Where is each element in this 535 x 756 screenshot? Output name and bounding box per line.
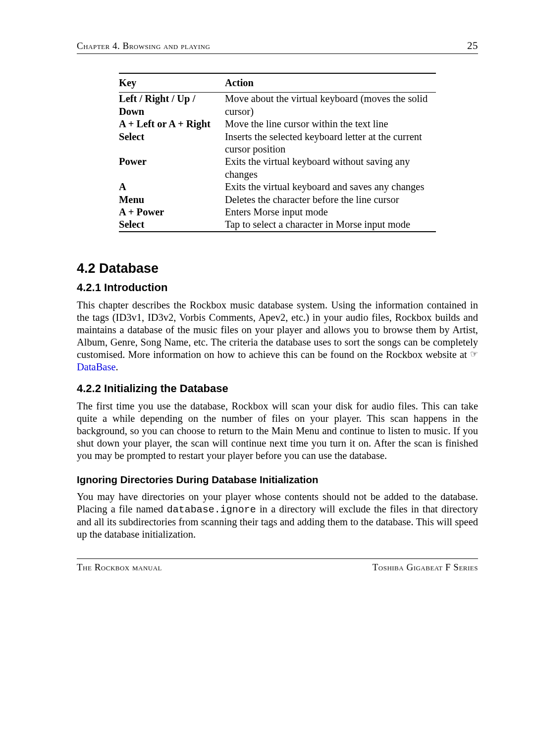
action-cell: Move about the virtual keyboard (moves t…: [225, 93, 436, 118]
action-cell: Exits the virtual keyboard and saves any…: [225, 181, 436, 193]
table-row: Left / Right / Up / Down Move about the …: [119, 93, 436, 118]
header-page-number: 25: [467, 40, 478, 52]
table-head-key: Key: [119, 73, 225, 93]
footer-right: Toshiba Gigabeat F Series: [373, 562, 478, 573]
footer-left: The Rockbox manual: [77, 562, 162, 573]
key-cell: Select: [119, 218, 225, 231]
paragraph-text: .: [116, 361, 118, 372]
table-row: Select Tap to select a character in Mors…: [119, 218, 436, 231]
subsubsection-heading: Ignoring Directories During Database Ini…: [77, 474, 478, 486]
key-cell: Power: [119, 155, 225, 181]
key-cell: Menu: [119, 194, 225, 206]
table-row: Power Exits the virtual keyboard without…: [119, 155, 436, 181]
table-row: A + Power Enters Morse input mode: [119, 206, 436, 218]
action-cell: Move the line cursor within the text lin…: [225, 118, 436, 130]
action-cell: Enters Morse input mode: [225, 206, 436, 218]
key-cell: Left / Right / Up / Down: [119, 93, 225, 118]
key-cell: A + Left or A + Right: [119, 118, 225, 130]
key-action-table: Key Action Left / Right / Up / Down Move…: [119, 73, 436, 232]
code-filename: database.ignore: [167, 504, 256, 515]
table-row: Menu Deletes the character before the li…: [119, 194, 436, 206]
key-cell: A: [119, 181, 225, 193]
table-row: A Exits the virtual keyboard and saves a…: [119, 181, 436, 193]
subsection-heading: 4.2.2 Initializing the Database: [77, 382, 478, 395]
intro-paragraph: This chapter describes the Rockbox music…: [77, 299, 478, 373]
ignore-paragraph: You may have directories on your player …: [77, 491, 478, 541]
action-cell: Tap to select a character in Morse input…: [225, 218, 436, 231]
action-cell: Inserts the selected keyboard letter at …: [225, 131, 436, 156]
action-cell: Exits the virtual keyboard without savin…: [225, 155, 436, 181]
table-head-action: Action: [225, 73, 436, 93]
table-row: Select Inserts the selected keyboard let…: [119, 131, 436, 156]
action-cell: Deletes the character before the line cu…: [225, 194, 436, 206]
key-cell: Select: [119, 131, 225, 156]
subsection-heading: 4.2.1 Introduction: [77, 281, 478, 294]
paragraph-text: This chapter describes the Rockbox music…: [77, 300, 478, 360]
database-link[interactable]: DataBase: [77, 361, 116, 372]
key-cell: A + Power: [119, 206, 225, 218]
footer-rule: [77, 558, 478, 559]
running-footer: The Rockbox manual Toshiba Gigabeat F Se…: [77, 562, 478, 573]
hand-icon: ☞: [470, 349, 478, 359]
init-paragraph: The first time you use the database, Roc…: [77, 400, 478, 462]
table-row: A + Left or A + Right Move the line curs…: [119, 118, 436, 130]
section-heading: 4.2 Database: [77, 261, 478, 276]
running-header: Chapter 4. Browsing and playing 25: [77, 40, 478, 54]
header-chapter: Chapter 4. Browsing and playing: [77, 41, 210, 51]
